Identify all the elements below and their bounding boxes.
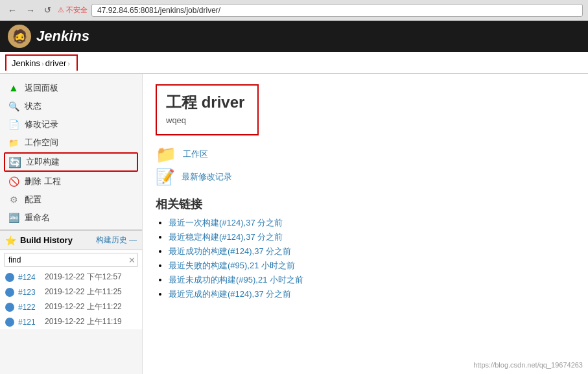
security-icon: ⚠: [58, 6, 64, 14]
build-status-icon-123: [5, 288, 14, 297]
build-history-title: Build History: [20, 235, 92, 245]
main-content: 工程 driver wqeq 📁 工作区 📝 最新修改记录 相关链接 最近一次构…: [143, 74, 588, 374]
sidebar-item-configure[interactable]: ⚙ 配置: [0, 191, 142, 209]
changelog-icon: 📝: [156, 168, 175, 186]
doc-icon: 📄: [8, 119, 19, 130]
sidebar-label-workspace: 工作空间: [25, 137, 58, 148]
jenkins-header: 🧔 Jenkins: [0, 21, 588, 52]
list-item-1: 最近稳定构建(#124),37 分之前: [169, 231, 575, 243]
search-clear-button[interactable]: ✕: [128, 255, 135, 265]
build-search-container: ✕: [4, 253, 138, 267]
build-row-122: #122 2019-12-22 上午11:22: [0, 299, 142, 314]
build-date-122: 2019-12-22 上午11:22: [45, 301, 122, 312]
breadcrumb-wrapper: Jenkins › driver ›: [5, 54, 78, 71]
sidebar-label-status: 状态: [25, 100, 41, 112]
browser-chrome: ← → ↺ ⚠ 不安全: [0, 0, 588, 21]
breadcrumb-sep-2: ›: [67, 60, 70, 67]
breadcrumb-jenkins[interactable]: Jenkins: [12, 58, 40, 68]
sidebar-item-return-dashboard[interactable]: ▲ 返回面板: [0, 79, 142, 97]
sidebar-item-build-now[interactable]: 🔄 立即构建: [4, 152, 138, 172]
changelog-link-row: 📝 最新修改记录: [156, 168, 575, 186]
sidebar-label-return-dashboard: 返回面板: [25, 82, 58, 94]
workspace-link[interactable]: 工作区: [183, 148, 208, 160]
jenkins-logo: 🧔: [8, 25, 31, 48]
sidebar-label-delete-project: 删除 工程: [25, 176, 61, 187]
security-indicator: ⚠ 不安全: [58, 5, 88, 15]
ban-icon: 🚫: [8, 176, 19, 187]
rename-icon: 🔤: [8, 212, 19, 224]
related-links-list: 最近一次构建(#124),37 分之前 最近稳定构建(#124),37 分之前 …: [156, 217, 575, 300]
build-status-icon-121: [5, 318, 14, 327]
build-icon: 🔄: [9, 156, 21, 168]
arrow-up-icon: ▲: [8, 82, 19, 94]
related-link-1[interactable]: 最近稳定构建(#124),37 分之前: [169, 232, 283, 242]
build-status-icon-122: [5, 303, 14, 312]
build-status-icon-124: [5, 273, 14, 282]
list-item-5: 最近完成的构建(#124),37 分之前: [169, 288, 575, 300]
main-layout: ▲ 返回面板 🔍 状态 📄 修改记录 📁 工作空间 🔄 立即构建 🚫 删除 工程…: [0, 74, 588, 374]
logo-emoji: 🧔: [12, 29, 28, 44]
list-item-2: 最近成功的构建(#124),37 分之前: [169, 246, 575, 257]
reload-button[interactable]: ↺: [41, 4, 54, 16]
build-search-input[interactable]: [4, 253, 138, 267]
changelog-link[interactable]: 最新修改记录: [182, 171, 232, 183]
related-link-5[interactable]: 最近完成的构建(#124),37 分之前: [169, 289, 291, 299]
build-row-124: #124 2019-12-22 下午12:57: [0, 270, 142, 285]
jenkins-title: Jenkins: [36, 28, 89, 45]
sidebar: ▲ 返回面板 🔍 状态 📄 修改记录 📁 工作空间 🔄 立即构建 🚫 删除 工程…: [0, 74, 143, 374]
build-date-121: 2019-12-22 上午11:19: [45, 316, 122, 327]
related-link-0[interactable]: 最近一次构建(#124),37 分之前: [169, 218, 283, 228]
forward-button[interactable]: →: [23, 4, 38, 17]
build-link-124[interactable]: #124: [18, 273, 41, 282]
related-link-2[interactable]: 最近成功的构建(#124),37 分之前: [169, 246, 291, 256]
sidebar-item-delete-project[interactable]: 🚫 删除 工程: [0, 172, 142, 191]
list-item-0: 最近一次构建(#124),37 分之前: [169, 217, 575, 229]
back-button[interactable]: ←: [5, 4, 19, 17]
star-icon: ⭐: [5, 235, 16, 246]
workspace-link-row: 📁 工作区: [156, 146, 575, 163]
breadcrumb-driver[interactable]: driver: [45, 58, 67, 68]
project-desc: wqeq: [166, 115, 244, 125]
breadcrumb-sep-1: ›: [41, 60, 44, 67]
list-item-3: 最近失败的构建(#95),21 小时之前: [169, 260, 575, 272]
related-link-3[interactable]: 最近失败的构建(#95),21 小时之前: [169, 261, 295, 270]
build-link-121[interactable]: #121: [18, 318, 41, 327]
build-date-124: 2019-12-22 下午12:57: [45, 272, 122, 283]
list-item-4: 最近未成功的构建(#95),21 小时之前: [169, 274, 575, 286]
build-history-link[interactable]: 构建历史 —: [96, 235, 137, 246]
folder-icon: 📁: [8, 137, 19, 148]
build-row-123: #123 2019-12-22 上午11:25: [0, 285, 142, 299]
sidebar-item-status[interactable]: 🔍 状态: [0, 97, 142, 115]
url-bar[interactable]: [91, 4, 583, 17]
sidebar-label-build-now: 立即构建: [26, 156, 60, 168]
build-history-header: ⭐ Build History 构建历史 —: [0, 230, 142, 250]
build-history-section: ⭐ Build History 构建历史 — ✕ #124 2019-12-22…: [0, 229, 142, 329]
sidebar-label-configure: 配置: [25, 194, 41, 205]
security-label: 不安全: [66, 5, 88, 15]
build-row-121: #121 2019-12-22 上午11:19: [0, 314, 142, 329]
related-link-4[interactable]: 最近未成功的构建(#95),21 小时之前: [169, 275, 303, 285]
workspace-folder-icon: 📁: [156, 146, 176, 163]
build-link-123[interactable]: #123: [18, 288, 41, 297]
build-link-122[interactable]: #122: [18, 303, 41, 312]
gear-icon: ⚙: [8, 194, 19, 205]
project-title-box: 工程 driver wqeq: [156, 84, 259, 135]
sidebar-item-rename[interactable]: 🔤 重命名: [0, 209, 142, 227]
sidebar-item-change-log[interactable]: 📄 修改记录: [0, 115, 142, 134]
watermark: https://blog.csdn.net/qq_19674263: [473, 361, 583, 369]
sidebar-item-workspace[interactable]: 📁 工作空间: [0, 134, 142, 152]
build-date-123: 2019-12-22 上午11:25: [45, 286, 122, 298]
project-title: 工程 driver: [166, 92, 244, 113]
sidebar-label-rename: 重命名: [25, 212, 50, 224]
related-links-title: 相关链接: [156, 196, 575, 212]
content-links: 📁 工作区 📝 最新修改记录: [156, 146, 575, 186]
magnify-icon: 🔍: [8, 100, 19, 112]
breadcrumb-bar: Jenkins › driver ›: [0, 52, 588, 74]
sidebar-label-change-log: 修改记录: [25, 119, 58, 130]
